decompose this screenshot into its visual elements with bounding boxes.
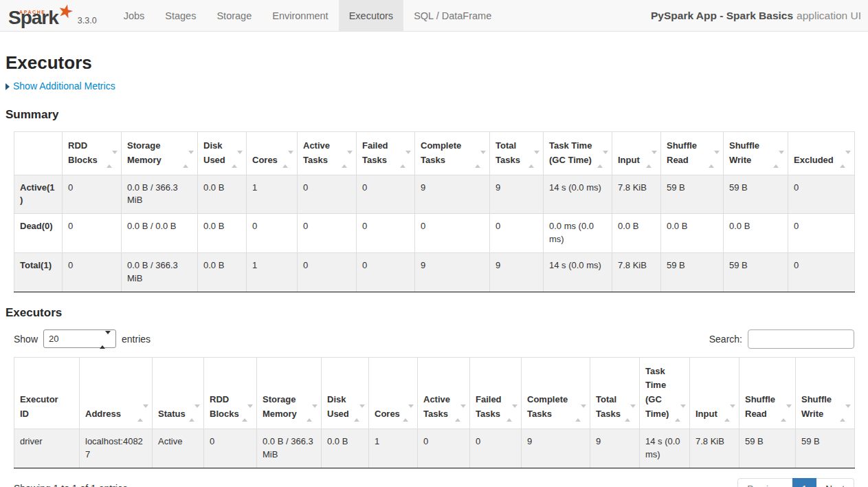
table-cell: 0.0 B [661, 214, 724, 253]
column-header-complete-tasks[interactable]: Complete Tasks [522, 357, 590, 429]
sort-icon [625, 407, 636, 421]
table-footer: Showing 1 to 1 of 1 entries Previous 1 N… [14, 478, 854, 487]
table-cell: 0 [470, 429, 522, 468]
spark-brand[interactable]: APACHE Spark ★ 3.3.0 [0, 0, 100, 31]
summary-row-active-1: Active(1)00.0 B / 366.3 MiB0.0 B1009914 … [14, 175, 855, 214]
table-cell: 0.0 B / 366.3 MiB [122, 175, 198, 214]
sort-icon [507, 407, 518, 421]
sort-icon [709, 153, 720, 167]
column-header-shuffle-write[interactable]: Shuffle Write [724, 132, 788, 175]
table-cell: 0 [247, 214, 298, 253]
search-input[interactable] [748, 329, 854, 349]
column-header-shuffle-read[interactable]: Shuffle Read [739, 357, 796, 429]
table-cell: 9 [415, 175, 490, 214]
apache-label: APACHE [19, 10, 46, 14]
table-cell: 0 [204, 429, 257, 468]
column-header-storage-memory[interactable]: Storage Memory [257, 357, 322, 429]
table-cell: 0 [357, 252, 415, 292]
pagination-page-1-button[interactable]: 1 [792, 478, 817, 487]
sort-icon [137, 407, 148, 421]
column-header-disk-used[interactable]: Disk Used [198, 132, 247, 175]
table-cell: 59 B [724, 252, 788, 292]
metrics-link-label: Show Additional Metrics [13, 80, 115, 91]
executors-table: Executor IDAddressStatusRDD BlocksStorag… [14, 357, 855, 468]
pagination-next-button[interactable]: Next [816, 478, 854, 487]
sort-icon [528, 153, 539, 167]
nav-tab-stages[interactable]: Stages [155, 0, 206, 31]
column-header-excluded[interactable]: Excluded [788, 132, 855, 175]
column-header-address[interactable]: Address [80, 357, 153, 429]
main-content: Executors Show Additional Metrics Summar… [0, 52, 868, 487]
column-header-shuffle-read[interactable]: Shuffle Read [661, 132, 724, 175]
table-cell: 14 s (0.0 ms) [640, 429, 690, 468]
sort-icon [455, 407, 466, 421]
page-length-control: Show 20 entries [14, 329, 151, 348]
table-cell: 0.0 B [612, 214, 661, 253]
nav-tab-environment[interactable]: Environment [262, 0, 338, 31]
column-header-executor-id: Executor ID [14, 357, 80, 429]
column-header-disk-used[interactable]: Disk Used [322, 357, 369, 429]
column-header-failed-tasks[interactable]: Failed Tasks [357, 132, 415, 175]
summary-table-wrap: RDD BlocksStorage MemoryDisk UsedCoresAc… [14, 131, 854, 292]
column-header-storage-memory[interactable]: Storage Memory [122, 132, 198, 175]
table-cell: 14 s (0.0 ms) [544, 252, 612, 292]
table-cell: 14 s (0.0 ms) [544, 175, 612, 214]
summary-row-total-1: Total(1)00.0 B / 366.3 MiB0.0 B1009914 s… [14, 252, 855, 292]
sort-icon [840, 153, 851, 167]
sort-icon [307, 407, 318, 421]
table-cell: 59 B [661, 252, 724, 292]
table-cell: 0 [418, 429, 470, 468]
column-header-cores[interactable]: Cores [369, 357, 418, 429]
column-header-task-time-gc-time[interactable]: Task Time (GC Time) [544, 132, 612, 175]
column-header-input[interactable]: Input [690, 357, 739, 429]
column-header-rdd-blocks[interactable]: RDD Blocks [204, 357, 257, 429]
summary-heading: Summary [5, 108, 863, 122]
sort-icon [781, 407, 792, 421]
table-cell: 0 [788, 252, 855, 292]
column-header-input[interactable]: Input [612, 132, 661, 175]
column-header-cores[interactable]: Cores [247, 132, 298, 175]
column-header-status[interactable]: Status [153, 357, 204, 429]
column-header-active-tasks[interactable]: Active Tasks [418, 357, 470, 429]
table-cell: 1 [247, 175, 298, 214]
column-header-shuffle-write[interactable]: Shuffle Write [796, 357, 855, 429]
summary-row-dead-0: Dead(0)00.0 B / 0.0 B0.0 B000000.0 ms (0… [14, 214, 855, 253]
pagination-previous-button[interactable]: Previous [737, 478, 793, 487]
sort-icon [597, 153, 608, 167]
nav-tab-sql-dataframe[interactable]: SQL / DataFrame [403, 0, 502, 31]
collapsed-arrow-icon [5, 83, 10, 90]
executor-row: driverlocalhost:40827Active00.0 B / 366.… [14, 429, 855, 468]
entries-label: entries [122, 334, 151, 345]
page-title: Executors [5, 52, 863, 74]
app-title: PySpark App - Spark Basics application U… [651, 0, 868, 31]
sort-icon [183, 153, 194, 167]
executors-table-wrap: Executor IDAddressStatusRDD BlocksStorag… [14, 357, 854, 468]
table-cell: 0.0 B / 366.3 MiB [257, 429, 322, 468]
table-cell: 0 [357, 214, 415, 253]
column-header-active-tasks[interactable]: Active Tasks [298, 132, 357, 175]
table-cell: 0 [63, 214, 122, 253]
table-cell: 0 [788, 175, 855, 214]
sort-icon [575, 407, 586, 421]
sort-icon [107, 153, 118, 167]
nav-tab-storage[interactable]: Storage [206, 0, 262, 31]
nav-tab-jobs[interactable]: Jobs [113, 0, 155, 31]
sort-icon [475, 153, 486, 167]
page-length-select[interactable]: 20 [43, 329, 116, 348]
navbar: APACHE Spark ★ 3.3.0 JobsStagesStorageEn… [0, 0, 868, 32]
column-header-rdd-blocks[interactable]: RDD Blocks [63, 132, 122, 175]
search-control: Search: [709, 329, 854, 349]
table-cell: 0.0 B / 0.0 B [122, 214, 198, 253]
column-header-total-tasks[interactable]: Total Tasks [590, 357, 640, 429]
column-header-complete-tasks[interactable]: Complete Tasks [415, 132, 490, 175]
sort-icon [403, 407, 414, 421]
table-cell: 0 [788, 214, 855, 253]
column-header-failed-tasks[interactable]: Failed Tasks [470, 357, 522, 429]
nav-tab-executors[interactable]: Executors [339, 0, 403, 31]
table-cell: 0 [63, 252, 122, 292]
show-additional-metrics-link[interactable]: Show Additional Metrics [5, 80, 115, 91]
table-cell: 1 [369, 429, 418, 468]
column-header-total-tasks[interactable]: Total Tasks [490, 132, 544, 175]
sort-icon [189, 407, 200, 421]
column-header-task-time-gc-time[interactable]: Task Time (GC Time) [640, 357, 690, 429]
